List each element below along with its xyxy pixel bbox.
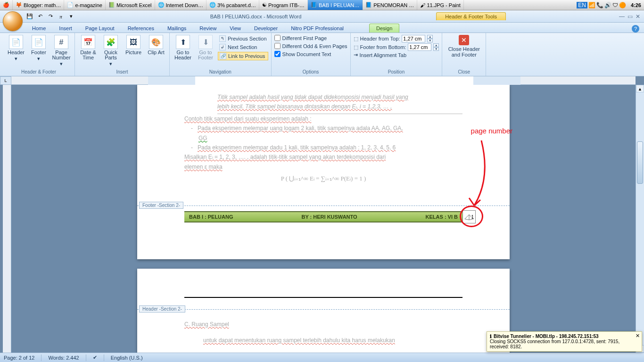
window-title: BAB I PELUANG.docx - Microsoft Word xyxy=(75,14,436,19)
maximize-button[interactable]: ▭ xyxy=(627,13,633,20)
footer-section-label: Footer -Section 2- xyxy=(139,202,183,209)
equation: P ( ⋃ᵢ₌₁^∞ Eᵢ = ∑ᵢ₌₁^∞ P(Eᵢ) = 1 ) xyxy=(184,173,462,184)
document-page[interactable]: Header -Section 2- C. Ruang Sampel untuk… xyxy=(137,269,510,353)
clipart-button[interactable]: 🎨Clip Art xyxy=(146,35,166,55)
show-doc-text-checkbox[interactable]: Show Document Text xyxy=(274,51,347,57)
status-bar: Page: 2 of 12 Words: 2.442 ✔ English (U.… xyxy=(0,353,644,362)
taskbar-item[interactable]: 🦊 Blogger: math… xyxy=(13,0,64,10)
link-previous-button[interactable]: 🔗Link to Previous xyxy=(218,52,268,60)
group-options: Different First Page Different Odd & Eve… xyxy=(272,33,351,76)
status-words[interactable]: Words: 2.442 xyxy=(48,355,79,361)
tab-developer[interactable]: Developer xyxy=(248,24,284,33)
quick-access-toolbar: 💾 ↶ ↷ π ▾ xyxy=(25,12,75,21)
annotation-arrow xyxy=(458,140,495,211)
taskbar-item[interactable]: ☯ Program ITB-… xyxy=(259,0,308,10)
previous-section-button[interactable]: ↰Previous Section xyxy=(218,35,268,42)
tab-nitro[interactable]: Nitro PDF Professional xyxy=(284,24,350,33)
taskbar-item-active[interactable]: 📘 BAB I PELUAN… xyxy=(308,0,363,10)
close-button[interactable]: ✕ xyxy=(636,13,640,20)
diff-first-page-checkbox[interactable]: Different First Page xyxy=(274,35,347,41)
toast-close-icon[interactable]: ✕ xyxy=(636,333,640,339)
help-icon[interactable]: ? xyxy=(632,25,639,33)
system-tray[interactable]: EN 📶📞🔊🛡🟠 xyxy=(575,2,628,8)
annotation-text: page number xyxy=(471,127,512,135)
document-area: L ▲ ▼ Titik sampel adalah hasil yang tid… xyxy=(0,76,644,353)
ribbon-tabs: Home Insert Page Layout References Maili… xyxy=(0,23,644,33)
document-page[interactable]: Titik sampel adalah hasil yang tidak dap… xyxy=(137,85,510,259)
tab-references[interactable]: References xyxy=(121,24,161,33)
vertical-ruler[interactable] xyxy=(3,85,11,353)
info-icon: ℹ xyxy=(490,334,492,339)
title-bar: 💾 ↶ ↷ π ▾ BAB I PELUANG.docx - Microsoft… xyxy=(0,10,644,23)
os-taskbar: 🍎 🦊 Blogger: math… 📄 e-magazine 📗 Micros… xyxy=(0,0,644,10)
vertical-scrollbar[interactable]: ▲ ▼ xyxy=(636,85,644,353)
header-from-top-input[interactable] xyxy=(402,35,425,42)
group-header-footer: 📄Header▾ 📄Footer▾ #Page Number▾ Header &… xyxy=(3,33,75,76)
header-section-label: Header -Section 2- xyxy=(139,305,185,313)
status-page[interactable]: Page: 2 of 12 xyxy=(4,355,34,361)
ribbon: 📄Header▾ 📄Footer▾ #Page Number▾ Header &… xyxy=(0,33,644,76)
footer-content[interactable]: BAB I : PELUANG BY : HERI KUSWANTO KELAS… xyxy=(184,211,462,222)
annotation-circle xyxy=(460,206,483,227)
group-insert: 📅Date & Time 🧩Quick Parts▾ 🖼Picture 🎨Cli… xyxy=(75,33,170,76)
minimize-button[interactable]: — xyxy=(619,13,625,20)
taskbar-item[interactable]: 📗 Microsoft Excel xyxy=(106,0,155,10)
close-header-footer-button[interactable]: ✕Close Header and Footer xyxy=(445,35,483,58)
tab-page-layout[interactable]: Page Layout xyxy=(79,24,121,33)
taskbar-item[interactable]: 🌐 3% pcabaret.d… xyxy=(206,0,259,10)
qat-more-icon[interactable]: ▾ xyxy=(67,12,75,21)
date-time-button[interactable]: 📅Date & Time xyxy=(78,35,99,60)
redo-icon[interactable]: ↷ xyxy=(46,12,55,21)
qat-equation-icon[interactable]: π xyxy=(57,12,65,21)
contextual-tab-label: Header & Footer Tools xyxy=(436,12,506,20)
group-close: ✕Close Header and Footer Close xyxy=(442,33,486,76)
tab-review[interactable]: Review xyxy=(193,24,223,33)
tab-design[interactable]: Design xyxy=(369,24,399,33)
tab-view[interactable]: View xyxy=(223,24,248,33)
footer-from-bottom-input[interactable] xyxy=(408,43,431,51)
office-button[interactable] xyxy=(3,11,23,31)
notification-toast[interactable]: ✕ ℹBitvise Tunnelier - MOBI.tlp - 198.24… xyxy=(487,331,642,352)
picture-button[interactable]: 🖼Picture xyxy=(123,35,144,55)
undo-icon[interactable]: ↶ xyxy=(36,12,44,21)
taskbar-item[interactable]: 📄 e-magazine xyxy=(64,0,105,10)
lang-indicator[interactable]: EN xyxy=(577,2,587,8)
goto-footer-button[interactable]: ⬇Go to Footer xyxy=(195,35,216,60)
group-position: ⬚Header from Top:▲▼ ⬚Footer from Bottom:… xyxy=(351,33,443,76)
status-language[interactable]: English (U.S.) xyxy=(111,355,143,361)
tab-insert[interactable]: Insert xyxy=(52,24,79,33)
goto-header-button[interactable]: ⬆Go to Header xyxy=(173,35,193,60)
taskbar-item[interactable]: 🖌 11.JPG - Paint xyxy=(417,0,464,10)
quick-parts-button[interactable]: 🧩Quick Parts▾ xyxy=(100,35,121,66)
next-section-button[interactable]: ↲Next Section xyxy=(218,43,268,51)
status-proofing-icon[interactable]: ✔ xyxy=(93,354,97,361)
apple-menu[interactable]: 🍎 xyxy=(0,0,13,10)
tab-mailings[interactable]: Mailings xyxy=(161,24,193,33)
scrollbar-thumb[interactable] xyxy=(637,141,643,184)
footer-button[interactable]: 📄Footer▾ xyxy=(28,35,49,61)
group-navigation: ⬆Go to Header ⬇Go to Footer ↰Previous Se… xyxy=(170,33,272,76)
horizontal-ruler[interactable] xyxy=(11,76,636,85)
insert-alignment-tab-button[interactable]: ⇥Insert Alignment Tab xyxy=(354,52,439,58)
diff-odd-even-checkbox[interactable]: Different Odd & Even Pages xyxy=(274,43,347,49)
ruler-toggle[interactable]: L xyxy=(0,76,11,85)
save-icon[interactable]: 💾 xyxy=(25,12,34,21)
tab-home[interactable]: Home xyxy=(25,24,52,33)
clock: 4:26 xyxy=(628,2,644,8)
header-button[interactable]: 📄Header▾ xyxy=(6,35,26,61)
taskbar-item[interactable]: 🌐 Internet Down… xyxy=(155,0,206,10)
taskbar-item[interactable]: 📘 PENOMORAN … xyxy=(363,0,417,10)
page-number-button[interactable]: #Page Number▾ xyxy=(51,35,72,66)
